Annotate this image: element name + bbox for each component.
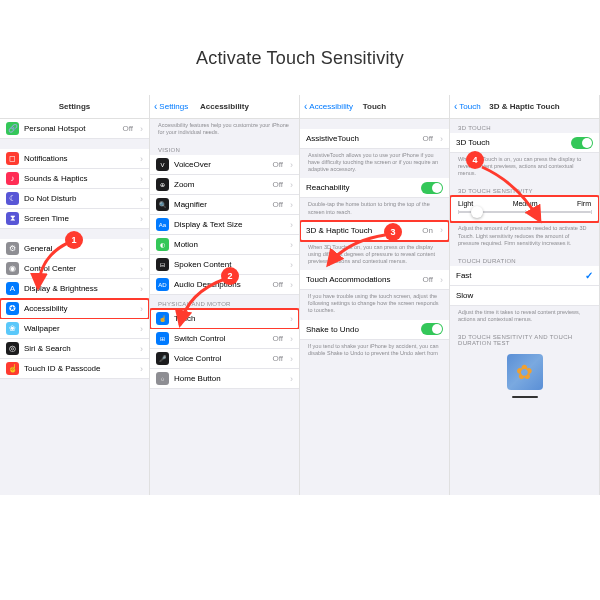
row-value: Off (272, 334, 283, 343)
row-desc: AssistiveTouch allows you to use your iP… (300, 149, 449, 178)
settings-row-touch-id-passcode[interactable]: ☝ Touch ID & Passcode › (0, 359, 149, 379)
a11y-row-display-text-size[interactable]: Aa Display & Text Size › (150, 215, 299, 235)
chevron-right-icon: › (140, 214, 143, 224)
page-title: Activate Touch Sensitivity (0, 0, 600, 95)
settings-row-personal-hotspot[interactable]: 🔗 Personal Hotspot Off › (0, 119, 149, 139)
chevron-right-icon: › (440, 275, 443, 285)
a11y-row-voiceover[interactable]: V VoiceOver Off › (150, 155, 299, 175)
panel-settings: Settings 🔗 Personal Hotspot Off › ◻ Noti… (0, 95, 150, 495)
settings-row-do-not-disturb[interactable]: ☾ Do Not Disturb › (0, 189, 149, 209)
a11y-row-home-button[interactable]: ○ Home Button › (150, 369, 299, 389)
row-label: Motion (174, 240, 285, 249)
row-icon: ⚙ (6, 242, 19, 255)
row-icon: ☝ (6, 362, 19, 375)
settings-row-accessibility[interactable]: ✪ Accessibility › (0, 299, 149, 319)
slider-label-firm: Firm (577, 200, 591, 207)
row-label: Touch Accommodations (306, 275, 417, 284)
chevron-right-icon: › (140, 364, 143, 374)
chevron-right-icon: › (290, 260, 293, 270)
row-label: Reachability (306, 183, 416, 192)
row-label: Voice Control (174, 354, 267, 363)
label-slow: Slow (456, 291, 593, 300)
settings-row-screen-time[interactable]: ⧗ Screen Time › (0, 209, 149, 229)
desc-duration: Adjust the time it takes to reveal conte… (450, 306, 599, 328)
arrow-4 (478, 163, 548, 228)
chevron-right-icon: › (440, 225, 443, 235)
settings-row-notifications[interactable]: ◻ Notifications › (0, 149, 149, 169)
chevron-right-icon: › (140, 264, 143, 274)
row-icon: ◎ (6, 342, 19, 355)
label-3dtouch: 3D Touch (456, 138, 566, 147)
row-label: Notifications (24, 154, 135, 163)
panels-container: Settings 🔗 Personal Hotspot Off › ◻ Noti… (0, 95, 600, 495)
row-icon: ○ (156, 372, 169, 385)
row-icon: ⊕ (156, 178, 169, 191)
row-icon: 🔍 (156, 198, 169, 211)
row-icon: ⊟ (156, 258, 169, 271)
chevron-right-icon: › (140, 324, 143, 334)
chevron-right-icon: › (140, 124, 143, 134)
touch-row-shake-to-undo[interactable]: Shake to Undo (300, 320, 449, 340)
toggle-3dtouch[interactable] (571, 137, 593, 149)
row-value: Off (272, 160, 283, 169)
settings-row-siri-search[interactable]: ◎ Siri & Search › (0, 339, 149, 359)
row-icon: ☝ (156, 312, 169, 325)
step-badge-4: 4 (466, 151, 484, 169)
row-label: Magnifier (174, 200, 267, 209)
chevron-right-icon: › (290, 240, 293, 250)
chevron-right-icon: › (290, 220, 293, 230)
chevron-right-icon: › (140, 344, 143, 354)
chevron-right-icon: › (140, 244, 143, 254)
step-badge-3: 3 (384, 223, 402, 241)
touch-row-reachability[interactable]: Reachability (300, 178, 449, 198)
chevron-right-icon: › (290, 374, 293, 384)
row-icon: V (156, 158, 169, 171)
row-toggle[interactable] (421, 182, 443, 194)
chevron-right-icon: › (290, 314, 293, 324)
row-icon: 🔗 (6, 122, 19, 135)
a11y-row-zoom[interactable]: ⊕ Zoom Off › (150, 175, 299, 195)
chevron-left-icon: ‹ (154, 101, 157, 112)
test-image[interactable] (507, 354, 543, 390)
arrow-1 (30, 240, 90, 295)
back-to-settings[interactable]: ‹Settings (154, 101, 188, 112)
touch-row-touch-accommodations[interactable]: Touch Accommodations Off› (300, 270, 449, 290)
chevron-right-icon: › (140, 304, 143, 314)
row-duration-fast[interactable]: Fast ✓ (450, 266, 599, 286)
accessibility-intro: Accessibility features help you customiz… (150, 119, 299, 141)
row-icon: ✪ (6, 302, 19, 315)
row-duration-slow[interactable]: Slow (450, 286, 599, 306)
touch-row-assistivetouch[interactable]: AssistiveTouch Off› (300, 129, 449, 149)
back-to-accessibility[interactable]: ‹Accessibility (304, 101, 353, 112)
panel-touch: ‹Accessibility Touch AssistiveTouch Off›… (300, 95, 450, 495)
row-label: Sounds & Haptics (24, 174, 135, 183)
header-settings: Settings (0, 95, 149, 119)
row-label: Do Not Disturb (24, 194, 135, 203)
back-to-touch[interactable]: ‹Touch (454, 101, 481, 112)
row-label: Personal Hotspot (24, 124, 117, 133)
a11y-row-motion[interactable]: ◐ Motion › (150, 235, 299, 255)
row-label: Home Button (174, 374, 285, 383)
chevron-right-icon: › (290, 180, 293, 190)
slider-label-light: Light (458, 200, 473, 207)
a11y-row-switch-control[interactable]: ⊞ Switch Control Off › (150, 329, 299, 349)
settings-row-sounds-haptics[interactable]: ♪ Sounds & Haptics › (0, 169, 149, 189)
row-label: Display & Text Size (174, 220, 285, 229)
row-label: Wallpaper (24, 324, 135, 333)
a11y-row-voice-control[interactable]: 🎤 Voice Control Off › (150, 349, 299, 369)
row-3dtouch-toggle[interactable]: 3D Touch (450, 133, 599, 153)
row-desc: If you tend to shake your iPhone by acci… (300, 340, 449, 362)
header-touch: ‹Accessibility Touch (300, 95, 449, 119)
a11y-row-magnifier[interactable]: 🔍 Magnifier Off › (150, 195, 299, 215)
row-label: Touch ID & Passcode (24, 364, 135, 373)
row-icon: ◉ (6, 262, 19, 275)
row-desc: If you have trouble using the touch scre… (300, 290, 449, 319)
row-label: AssistiveTouch (306, 134, 417, 143)
row-icon: A (6, 282, 19, 295)
header-3d-haptic: ‹Touch 3D & Haptic Touch (450, 95, 599, 119)
row-toggle[interactable] (421, 323, 443, 335)
row-value: Off (422, 134, 433, 143)
arrow-2 (170, 277, 230, 332)
settings-row-wallpaper[interactable]: ❀ Wallpaper › (0, 319, 149, 339)
row-icon: ♪ (6, 172, 19, 185)
